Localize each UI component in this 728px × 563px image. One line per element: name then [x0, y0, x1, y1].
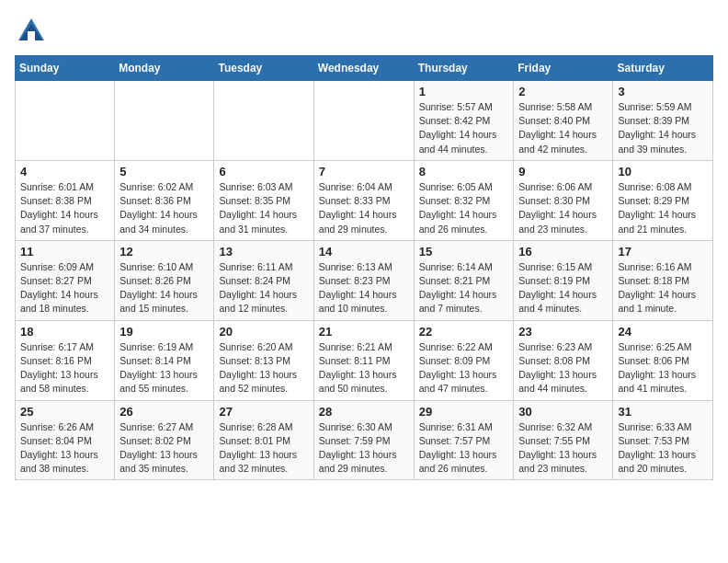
day-cell: 26Sunrise: 6:27 AM Sunset: 8:02 PM Dayli…: [115, 400, 214, 480]
day-number: 18: [20, 325, 109, 339]
day-number: 28: [319, 405, 409, 419]
calendar-header: SundayMondayTuesdayWednesdayThursdayFrid…: [16, 56, 713, 81]
day-cell: 25Sunrise: 6:26 AM Sunset: 8:04 PM Dayli…: [16, 400, 115, 480]
day-info: Sunrise: 5:57 AM Sunset: 8:42 PM Dayligh…: [419, 100, 509, 156]
logo: [15, 15, 51, 48]
day-number: 16: [518, 245, 608, 259]
day-number: 20: [219, 325, 308, 339]
day-cell: 7Sunrise: 6:04 AM Sunset: 8:33 PM Daylig…: [313, 160, 414, 240]
day-cell: 2Sunrise: 5:58 AM Sunset: 8:40 PM Daylig…: [514, 81, 613, 161]
day-info: Sunrise: 6:33 AM Sunset: 7:53 PM Dayligh…: [618, 420, 708, 477]
day-info: Sunrise: 6:01 AM Sunset: 8:38 PM Dayligh…: [20, 180, 109, 236]
day-info: Sunrise: 6:09 AM Sunset: 8:27 PM Dayligh…: [20, 260, 109, 316]
day-cell: 24Sunrise: 6:25 AM Sunset: 8:06 PM Dayli…: [613, 320, 713, 400]
day-number: 8: [419, 165, 509, 178]
day-number: 1: [419, 85, 509, 98]
day-info: Sunrise: 6:16 AM Sunset: 8:18 PM Dayligh…: [618, 260, 708, 316]
day-number: 10: [618, 165, 708, 178]
day-info: Sunrise: 5:58 AM Sunset: 8:40 PM Dayligh…: [518, 100, 608, 156]
day-number: 3: [618, 85, 708, 98]
day-info: Sunrise: 6:04 AM Sunset: 8:33 PM Dayligh…: [319, 180, 409, 236]
day-info: Sunrise: 6:28 AM Sunset: 8:01 PM Dayligh…: [219, 420, 308, 477]
day-info: Sunrise: 6:26 AM Sunset: 8:04 PM Dayligh…: [20, 420, 109, 477]
logo-icon: [15, 15, 48, 48]
header-row: SundayMondayTuesdayWednesdayThursdayFrid…: [16, 56, 713, 81]
svg-rect-2: [28, 31, 35, 40]
day-info: Sunrise: 6:30 AM Sunset: 7:59 PM Dayligh…: [319, 420, 409, 477]
day-number: 11: [20, 245, 109, 259]
day-cell: 19Sunrise: 6:19 AM Sunset: 8:14 PM Dayli…: [115, 320, 214, 400]
day-cell: 29Sunrise: 6:31 AM Sunset: 7:57 PM Dayli…: [414, 400, 514, 480]
day-info: Sunrise: 6:02 AM Sunset: 8:36 PM Dayligh…: [119, 180, 209, 236]
day-cell: 5Sunrise: 6:02 AM Sunset: 8:36 PM Daylig…: [115, 160, 214, 240]
day-info: Sunrise: 6:32 AM Sunset: 7:55 PM Dayligh…: [518, 420, 608, 477]
day-cell: 8Sunrise: 6:05 AM Sunset: 8:32 PM Daylig…: [414, 160, 514, 240]
day-info: Sunrise: 6:19 AM Sunset: 8:14 PM Dayligh…: [119, 340, 209, 396]
day-number: 15: [419, 245, 509, 259]
week-row-5: 25Sunrise: 6:26 AM Sunset: 8:04 PM Dayli…: [16, 400, 713, 480]
day-cell: 20Sunrise: 6:20 AM Sunset: 8:13 PM Dayli…: [214, 320, 313, 400]
day-cell: [214, 81, 313, 161]
day-number: 26: [119, 405, 209, 419]
day-info: Sunrise: 6:06 AM Sunset: 8:30 PM Dayligh…: [518, 180, 608, 236]
header-cell-friday: Friday: [514, 56, 613, 81]
day-cell: 1Sunrise: 5:57 AM Sunset: 8:42 PM Daylig…: [414, 81, 514, 161]
header-cell-wednesday: Wednesday: [313, 56, 414, 81]
header-cell-thursday: Thursday: [414, 56, 514, 81]
day-cell: 18Sunrise: 6:17 AM Sunset: 8:16 PM Dayli…: [16, 320, 115, 400]
header-cell-sunday: Sunday: [16, 56, 115, 81]
day-number: 24: [618, 325, 708, 339]
day-number: 30: [518, 405, 608, 419]
day-cell: 9Sunrise: 6:06 AM Sunset: 8:30 PM Daylig…: [514, 160, 613, 240]
day-number: 4: [20, 165, 109, 178]
day-number: 22: [419, 325, 509, 339]
day-cell: 17Sunrise: 6:16 AM Sunset: 8:18 PM Dayli…: [613, 240, 713, 320]
day-info: Sunrise: 6:15 AM Sunset: 8:19 PM Dayligh…: [518, 260, 608, 316]
week-row-2: 4Sunrise: 6:01 AM Sunset: 8:38 PM Daylig…: [16, 160, 713, 240]
day-info: Sunrise: 6:23 AM Sunset: 8:08 PM Dayligh…: [518, 340, 608, 396]
day-cell: 11Sunrise: 6:09 AM Sunset: 8:27 PM Dayli…: [16, 240, 115, 320]
day-cell: 23Sunrise: 6:23 AM Sunset: 8:08 PM Dayli…: [514, 320, 613, 400]
day-info: Sunrise: 6:05 AM Sunset: 8:32 PM Dayligh…: [419, 180, 509, 236]
week-row-4: 18Sunrise: 6:17 AM Sunset: 8:16 PM Dayli…: [16, 320, 713, 400]
day-info: Sunrise: 6:25 AM Sunset: 8:06 PM Dayligh…: [618, 340, 708, 396]
day-cell: 15Sunrise: 6:14 AM Sunset: 8:21 PM Dayli…: [414, 240, 514, 320]
day-number: 12: [119, 245, 209, 259]
day-info: Sunrise: 6:22 AM Sunset: 8:09 PM Dayligh…: [419, 340, 509, 396]
day-info: Sunrise: 6:11 AM Sunset: 8:24 PM Dayligh…: [219, 260, 308, 316]
day-info: Sunrise: 6:17 AM Sunset: 8:16 PM Dayligh…: [20, 340, 109, 396]
day-cell: 28Sunrise: 6:30 AM Sunset: 7:59 PM Dayli…: [313, 400, 414, 480]
day-number: 31: [618, 405, 708, 419]
day-number: 23: [518, 325, 608, 339]
day-info: Sunrise: 6:20 AM Sunset: 8:13 PM Dayligh…: [219, 340, 308, 396]
day-info: Sunrise: 6:31 AM Sunset: 7:57 PM Dayligh…: [419, 420, 509, 477]
calendar-body: 1Sunrise: 5:57 AM Sunset: 8:42 PM Daylig…: [16, 81, 713, 480]
day-info: Sunrise: 6:21 AM Sunset: 8:11 PM Dayligh…: [319, 340, 409, 396]
day-number: 17: [618, 245, 708, 259]
day-cell: 27Sunrise: 6:28 AM Sunset: 8:01 PM Dayli…: [214, 400, 313, 480]
header-cell-monday: Monday: [115, 56, 214, 81]
day-info: Sunrise: 6:14 AM Sunset: 8:21 PM Dayligh…: [419, 260, 509, 316]
day-info: Sunrise: 5:59 AM Sunset: 8:39 PM Dayligh…: [618, 100, 708, 156]
day-info: Sunrise: 6:08 AM Sunset: 8:29 PM Dayligh…: [618, 180, 708, 236]
day-number: 9: [518, 165, 608, 178]
week-row-3: 11Sunrise: 6:09 AM Sunset: 8:27 PM Dayli…: [16, 240, 713, 320]
day-number: 13: [219, 245, 308, 259]
day-number: 29: [419, 405, 509, 419]
day-cell: 6Sunrise: 6:03 AM Sunset: 8:35 PM Daylig…: [214, 160, 313, 240]
day-number: 6: [219, 165, 308, 178]
day-number: 5: [119, 165, 209, 178]
day-cell: 30Sunrise: 6:32 AM Sunset: 7:55 PM Dayli…: [514, 400, 613, 480]
header-cell-saturday: Saturday: [613, 56, 713, 81]
day-cell: 10Sunrise: 6:08 AM Sunset: 8:29 PM Dayli…: [613, 160, 713, 240]
day-cell: [16, 81, 115, 161]
day-number: 25: [20, 405, 109, 419]
day-number: 14: [319, 245, 409, 259]
day-cell: 12Sunrise: 6:10 AM Sunset: 8:26 PM Dayli…: [115, 240, 214, 320]
day-info: Sunrise: 6:13 AM Sunset: 8:23 PM Dayligh…: [319, 260, 409, 316]
day-cell: 13Sunrise: 6:11 AM Sunset: 8:24 PM Dayli…: [214, 240, 313, 320]
header: [15, 15, 713, 48]
day-number: 7: [319, 165, 409, 178]
day-number: 21: [319, 325, 409, 339]
day-cell: 3Sunrise: 5:59 AM Sunset: 8:39 PM Daylig…: [613, 81, 713, 161]
